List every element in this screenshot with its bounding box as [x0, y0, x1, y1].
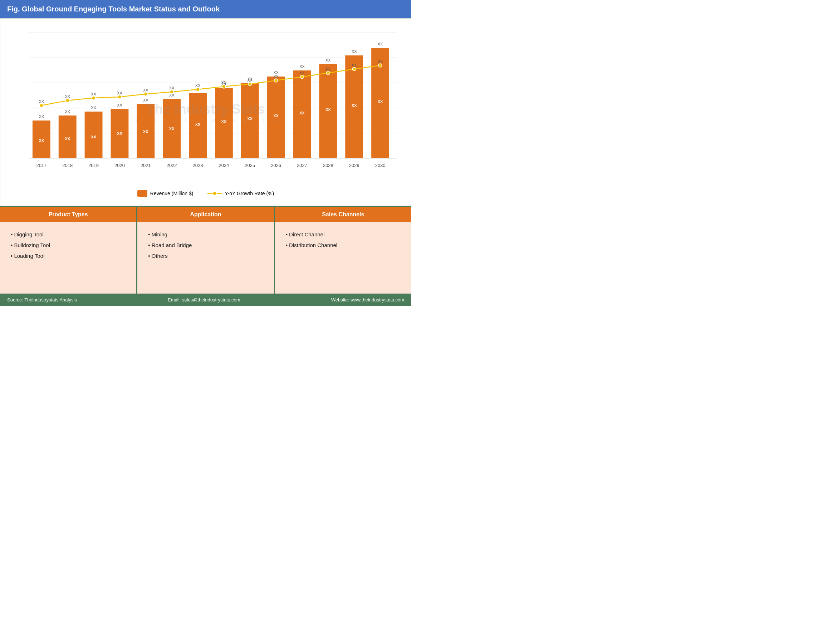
legend-revenue: Revenue (Million $) — [137, 190, 193, 197]
svg-text:XX: XX — [326, 67, 331, 71]
list-item: • Digging Tool — [11, 229, 129, 240]
dot-2020 — [118, 95, 121, 99]
svg-text:2019: 2019 — [88, 163, 99, 168]
panel-sales-channels: Sales Channels • Direct Channel • Distri… — [275, 207, 412, 294]
svg-text:XX: XX — [91, 92, 96, 96]
list-item: • Mining — [148, 229, 266, 240]
panel-application: Application • Mining • Road and Bridge •… — [137, 207, 275, 294]
svg-text:XX: XX — [65, 136, 70, 141]
svg-text:2023: 2023 — [193, 163, 203, 168]
svg-text:2025: 2025 — [245, 163, 255, 168]
svg-text:XX: XX — [39, 138, 45, 143]
list-item: • Bulldozing Tool — [11, 240, 129, 251]
svg-text:XX: XX — [299, 111, 305, 115]
svg-text:XX: XX — [91, 106, 96, 110]
dot-2021 — [144, 92, 147, 96]
footer-website: Website: www.theindustrystats.com — [331, 297, 404, 302]
svg-text:XX: XX — [299, 64, 305, 69]
svg-text:2024: 2024 — [218, 163, 229, 168]
svg-text:2027: 2027 — [297, 163, 307, 168]
svg-text:XX: XX — [143, 88, 149, 92]
svg-text:XX: XX — [195, 83, 201, 87]
dot-2019 — [92, 96, 95, 100]
svg-text:XX: XX — [143, 98, 149, 102]
svg-text:XX: XX — [169, 86, 175, 90]
svg-text:2028: 2028 — [323, 163, 333, 168]
dot-2018 — [66, 99, 69, 102]
dot-2028 — [326, 71, 330, 75]
svg-text:2018: 2018 — [62, 163, 73, 168]
dot-2022 — [170, 90, 174, 94]
svg-text:XX: XX — [378, 100, 383, 104]
svg-text:XX: XX — [352, 63, 357, 67]
svg-text:2020: 2020 — [114, 163, 125, 168]
footer-email: Email: sales@theindustrystats.com — [168, 297, 240, 302]
svg-text:XX: XX — [352, 103, 357, 107]
list-item: • Loading Tool — [11, 251, 129, 261]
chart-legend: Revenue (Million $) Y-oY Growth Rate (%) — [11, 187, 400, 202]
dot-2029 — [352, 67, 356, 71]
list-item: • Road and Bridge — [148, 240, 266, 251]
svg-text:XX: XX — [39, 100, 45, 104]
svg-text:XX: XX — [273, 114, 279, 118]
svg-text:XX: XX — [273, 74, 279, 79]
chart-header: Fig. Global Ground Engaging Tools Market… — [0, 0, 412, 18]
dot-2024 — [222, 85, 226, 88]
svg-text:XX: XX — [352, 49, 357, 54]
svg-text:XX: XX — [326, 107, 331, 112]
main-container: Fig. Global Ground Engaging Tools Market… — [0, 0, 412, 306]
footer-source: Source: Theindustrystats Analysis — [7, 297, 77, 302]
legend-bar-icon — [137, 190, 147, 197]
legend-revenue-label: Revenue (Million $) — [150, 190, 193, 196]
svg-text:2022: 2022 — [167, 163, 177, 168]
svg-text:XX: XX — [299, 71, 305, 75]
svg-text:XX: XX — [195, 122, 201, 127]
panel-application-content: • Mining • Road and Bridge • Others — [137, 222, 273, 294]
dot-2027 — [301, 75, 304, 79]
bottom-section: Product Types • Digging Tool • Bulldozin… — [0, 206, 412, 294]
svg-text:XX: XX — [91, 135, 96, 139]
svg-text:XX: XX — [247, 117, 252, 121]
dot-2026 — [274, 79, 278, 82]
svg-text:2029: 2029 — [349, 163, 359, 168]
svg-text:XX: XX — [65, 109, 70, 114]
svg-text:XX: XX — [169, 127, 175, 131]
svg-text:XX: XX — [378, 42, 383, 46]
legend-growth-label: Y-oY Growth Rate (%) — [225, 190, 274, 196]
svg-text:XX: XX — [326, 58, 331, 62]
panel-application-header: Application — [137, 207, 273, 222]
list-item: • Direct Channel — [286, 229, 404, 240]
svg-text:XX: XX — [221, 120, 227, 124]
legend-growth: Y-oY Growth Rate (%) — [207, 190, 274, 197]
svg-text:XX: XX — [117, 131, 122, 135]
dot-2025 — [248, 82, 252, 86]
svg-point-64 — [213, 192, 216, 195]
svg-text:XX: XX — [65, 94, 70, 99]
svg-text:2026: 2026 — [271, 163, 281, 168]
svg-text:2021: 2021 — [141, 163, 151, 168]
panel-product-types: Product Types • Digging Tool • Bulldozin… — [0, 207, 137, 294]
svg-text:XX: XX — [39, 114, 45, 119]
svg-text:2030: 2030 — [375, 163, 385, 168]
chart-svg: XX XX XX XX XX XX XX XX XX XX — [11, 26, 400, 187]
panel-sales-channels-content: • Direct Channel • Distribution Channel — [275, 222, 412, 294]
footer: Source: Theindustrystats Analysis Email:… — [0, 294, 412, 306]
svg-text:XX: XX — [143, 129, 149, 134]
list-item: • Others — [148, 251, 266, 261]
svg-text:XX: XX — [378, 59, 383, 64]
svg-text:XX: XX — [247, 78, 252, 82]
dot-2023 — [196, 87, 200, 91]
list-item: • Distribution Channel — [286, 240, 404, 251]
dot-2017 — [40, 104, 43, 107]
svg-text:2017: 2017 — [36, 163, 46, 168]
chart-title: Fig. Global Ground Engaging Tools Market… — [7, 5, 220, 13]
panel-product-types-header: Product Types — [0, 207, 136, 222]
legend-line-icon — [207, 190, 222, 197]
dot-2030 — [378, 64, 382, 67]
svg-text:XX: XX — [117, 103, 122, 107]
panel-sales-channels-header: Sales Channels — [275, 207, 412, 222]
svg-text:XX: XX — [117, 91, 122, 95]
panel-product-types-content: • Digging Tool • Bulldozing Tool • Loadi… — [0, 222, 136, 294]
svg-text:XX: XX — [221, 80, 227, 85]
chart-area: The Industry Stats m a r k e t r e s e a… — [0, 18, 412, 206]
